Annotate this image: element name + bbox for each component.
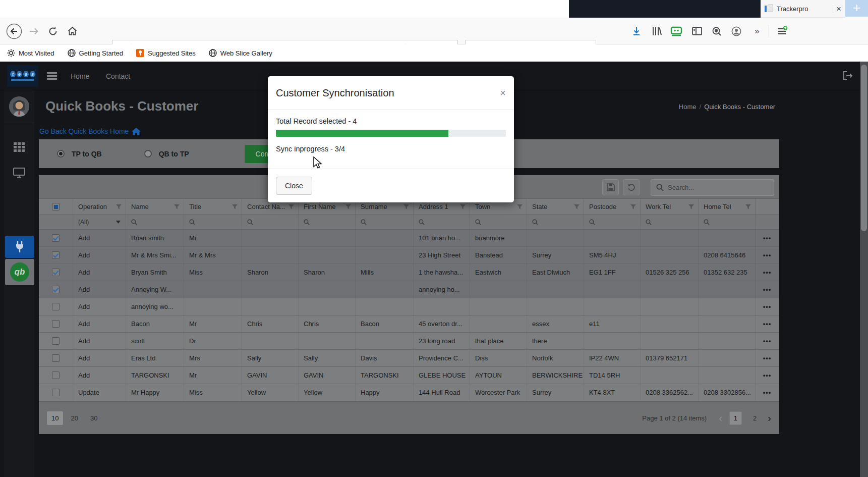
row-actions-ellipsis-icon[interactable]: •••: [756, 350, 779, 366]
page-size-20[interactable]: 20: [66, 411, 82, 425]
filter-funnel-icon[interactable]: [745, 204, 751, 209]
row-actions-ellipsis-icon[interactable]: •••: [756, 315, 779, 332]
page-size-30[interactable]: 30: [86, 411, 102, 425]
browser-tab-trackerpro[interactable]: Trackerpro ×: [761, 0, 845, 18]
column-search-icon[interactable]: [131, 219, 137, 225]
table-row[interactable]: AddscottDr23 long roadthat placethere•••: [39, 333, 779, 350]
pager-page-2[interactable]: 2: [749, 412, 761, 425]
grid-search-box[interactable]: [651, 179, 774, 196]
table-row[interactable]: AddBryan SmithMissSharonSharonMills1 the…: [39, 264, 779, 281]
row-actions-ellipsis-icon[interactable]: •••: [756, 367, 779, 384]
column-search-icon[interactable]: [247, 219, 253, 225]
reset-layout-button[interactable]: [623, 179, 640, 195]
filter-funnel-icon[interactable]: [403, 204, 409, 209]
row-actions-ellipsis-icon[interactable]: •••: [756, 281, 779, 298]
modal-close-icon[interactable]: ×: [500, 88, 506, 98]
row-checkbox[interactable]: [39, 247, 73, 263]
column-search-icon[interactable]: [304, 219, 310, 225]
bookmark-suggested-sites[interactable]: Suggested Sites: [136, 49, 196, 57]
table-row[interactable]: AddAnnoying W...annoying ho...•••: [39, 281, 779, 298]
home-button[interactable]: [65, 18, 80, 44]
filter-cell-postcode[interactable]: [584, 215, 641, 229]
pager-page-1[interactable]: 1: [729, 411, 742, 425]
column-search-icon[interactable]: [646, 219, 652, 225]
row-checkbox[interactable]: [39, 367, 73, 384]
filter-funnel-icon[interactable]: [517, 204, 523, 209]
page-scrollbar[interactable]: [860, 62, 868, 477]
row-checkbox[interactable]: [39, 315, 73, 332]
column-search-icon[interactable]: [419, 219, 425, 225]
row-checkbox[interactable]: [39, 298, 73, 315]
column-header-postcode[interactable]: Postcode: [584, 199, 641, 215]
filter-cell-first-name[interactable]: [299, 215, 356, 229]
radio-tp-to-qb[interactable]: [57, 150, 65, 157]
tab-close-icon[interactable]: ×: [836, 5, 841, 13]
table-row[interactable]: UpdateMr HappyMissYellowYellowHappy144 H…: [39, 384, 779, 401]
grid-search-input[interactable]: [668, 184, 764, 191]
column-header-name[interactable]: Name: [126, 199, 184, 215]
sidebar-item-grid[interactable]: [4, 142, 34, 152]
row-checkbox[interactable]: [39, 230, 73, 246]
bookmark-most-visited[interactable]: Most Visited: [7, 49, 54, 57]
row-checkbox[interactable]: [39, 333, 73, 349]
app-menu-toggle-icon[interactable]: [47, 72, 57, 80]
filter-funnel-icon[interactable]: [116, 204, 122, 209]
filter-cell-home-tel[interactable]: [699, 215, 756, 229]
sidebar-item-monitor[interactable]: [4, 168, 34, 178]
tess-logo[interactable]: tess: [7, 65, 38, 87]
filter-funnel-icon[interactable]: [574, 204, 580, 209]
pager-prev-icon[interactable]: ‹: [719, 413, 722, 423]
row-checkbox[interactable]: [39, 350, 73, 366]
filter-cell-surname[interactable]: [356, 215, 414, 229]
filter-cell-state[interactable]: [527, 215, 584, 229]
downloads-icon[interactable]: [629, 18, 644, 44]
filter-funnel-icon[interactable]: [688, 204, 694, 209]
table-row[interactable]: AddBrian smithMr101 brian ho...brianmore…: [39, 230, 779, 247]
sidebar-toggle-icon[interactable]: [690, 18, 704, 44]
filter-cell-contact-name[interactable]: [242, 215, 299, 229]
table-row[interactable]: Addannoying wo...•••: [39, 298, 779, 315]
row-actions-ellipsis-icon[interactable]: •••: [756, 333, 779, 349]
search-shield-extension-icon[interactable]: [709, 18, 724, 44]
filter-cell-town[interactable]: [470, 215, 527, 229]
column-search-icon[interactable]: [361, 219, 367, 225]
filter-operation-dropdown[interactable]: (All): [73, 215, 126, 229]
filter-funnel-icon[interactable]: [174, 204, 180, 209]
filter-cell-title[interactable]: [184, 215, 242, 229]
filter-funnel-icon[interactable]: [630, 204, 636, 209]
row-actions-ellipsis-icon[interactable]: •••: [756, 264, 779, 281]
pager-next-icon[interactable]: ›: [768, 413, 771, 423]
row-checkbox[interactable]: [39, 384, 73, 401]
bookmark-getting-started[interactable]: Getting Started: [68, 49, 123, 57]
scrollbar-thumb[interactable]: [861, 65, 867, 231]
column-search-icon[interactable]: [189, 219, 195, 225]
column-search-icon[interactable]: [704, 219, 710, 225]
filter-funnel-icon[interactable]: [232, 204, 238, 209]
row-checkbox[interactable]: [39, 264, 73, 281]
table-row[interactable]: AddMr & Mrs Smi...Mr & Mrs23 High Street…: [39, 247, 779, 264]
sidebar-item-integrations-active[interactable]: [5, 236, 34, 258]
row-actions-ellipsis-icon[interactable]: •••: [756, 384, 779, 401]
sidebar-user-avatar[interactable]: [4, 96, 34, 117]
column-search-icon[interactable]: [532, 219, 538, 225]
forward-button[interactable]: [26, 18, 41, 44]
account-icon[interactable]: [729, 18, 743, 44]
filter-cell-work-tel[interactable]: [641, 215, 699, 229]
column-search-icon[interactable]: [475, 219, 481, 225]
menu-hamburger-icon[interactable]: [774, 18, 791, 44]
save-layout-button[interactable]: [602, 179, 619, 195]
library-icon[interactable]: [650, 18, 664, 44]
breadcrumb-home[interactable]: Home: [679, 103, 697, 111]
table-row[interactable]: AddTARGONSKIMrGAVINGAVINTARGONSKIGLEBE H…: [39, 367, 779, 384]
nav-item-home[interactable]: Home: [71, 62, 89, 90]
row-actions-ellipsis-icon[interactable]: •••: [756, 247, 779, 263]
row-actions-ellipsis-icon[interactable]: •••: [756, 230, 779, 246]
filter-funnel-icon[interactable]: [345, 204, 351, 209]
column-header-operation[interactable]: Operation: [73, 199, 126, 215]
new-tab-button[interactable]: +: [845, 0, 868, 17]
filter-cell-address1[interactable]: [414, 215, 470, 229]
column-header-work-tel[interactable]: Work Tel: [641, 199, 699, 215]
select-all-checkbox[interactable]: [39, 199, 73, 215]
table-row[interactable]: AddEras LtdMrsSallySallyDavisProvidence …: [39, 350, 779, 367]
sidebar-item-quickbooks[interactable]: qb: [5, 259, 34, 285]
